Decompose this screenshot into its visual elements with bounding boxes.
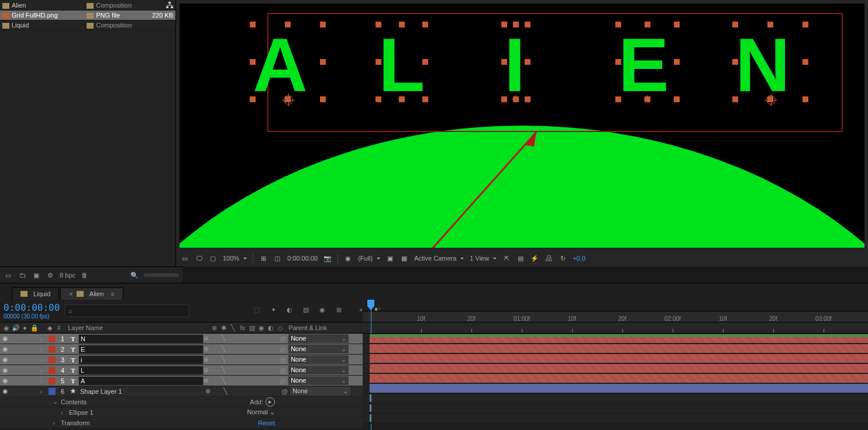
comp-flowchart-icon[interactable]: ⬚: [252, 304, 262, 315]
keyframe-marker[interactable]: [370, 404, 371, 412]
layer-bar-row[interactable]: [363, 373, 868, 384]
layer-name-input[interactable]: [78, 355, 204, 365]
property-value[interactable]: Reset: [258, 419, 275, 426]
selection-handle[interactable]: [525, 59, 531, 65]
solo-col-icon[interactable]: ●: [21, 324, 29, 332]
motion-blur-icon[interactable]: ◉: [317, 304, 328, 315]
resolution-dropdown[interactable]: (Full): [358, 255, 380, 262]
twirl-icon[interactable]: ⌄: [53, 398, 61, 405]
selection-handle[interactable]: [674, 96, 680, 102]
exposure-value[interactable]: +0,0: [573, 255, 585, 262]
letter-E[interactable]: E: [618, 27, 669, 103]
selection-handle[interactable]: [802, 22, 808, 27]
tab-menu-icon[interactable]: ≡: [111, 290, 114, 297]
selection-handle[interactable]: [422, 59, 428, 65]
visibility-toggle[interactable]: ◉: [0, 366, 11, 374]
pickwhip-icon[interactable]: @: [280, 367, 286, 374]
selection-handle[interactable]: [399, 22, 405, 27]
label-swatch[interactable]: [49, 377, 56, 384]
visibility-toggle[interactable]: ◉: [0, 377, 11, 384]
new-folder-icon[interactable]: 🗀: [18, 271, 27, 279]
selection-handle[interactable]: [732, 96, 738, 102]
layer-duration-bar[interactable]: [370, 374, 868, 383]
timeline-search[interactable]: ⌕: [64, 304, 190, 317]
layer-name-input[interactable]: [78, 376, 204, 386]
selection-handle[interactable]: [250, 59, 256, 65]
project-item[interactable]: AlienComposition: [0, 0, 175, 11]
layer-switches[interactable]: ⊕╲: [199, 356, 273, 363]
layer-row[interactable]: ◉›4T⊕╲@None: [0, 365, 363, 376]
layer-name-col[interactable]: Layer Name: [68, 324, 103, 331]
pickwhip-icon[interactable]: @: [280, 356, 286, 363]
twirl-icon[interactable]: ›: [35, 346, 47, 353]
anchor-point[interactable]: [398, 95, 405, 102]
parent-link[interactable]: @None: [276, 334, 349, 343]
share-view-icon[interactable]: ⇱: [502, 254, 511, 262]
transparency-grid-icon[interactable]: ▦: [400, 254, 408, 262]
anchor-point[interactable]: [643, 95, 650, 102]
comp-preview[interactable]: ALIEN: [180, 4, 864, 248]
snapshot-icon[interactable]: 📷: [323, 254, 332, 262]
layer-switches[interactable]: ⊕╲: [199, 377, 273, 384]
keyframe-marker[interactable]: [370, 394, 371, 402]
label-swatch[interactable]: [49, 388, 56, 395]
selection-handle[interactable]: [802, 59, 808, 65]
selection-handle[interactable]: [615, 59, 621, 65]
layer-bar-row[interactable]: [363, 353, 868, 364]
timeline-search-input[interactable]: [75, 307, 185, 315]
parent-link[interactable]: @None: [276, 355, 349, 364]
label-col-icon[interactable]: ◆: [46, 324, 53, 332]
bpc-toggle[interactable]: 8 bpc: [60, 272, 75, 279]
selection-handle[interactable]: [525, 96, 531, 102]
number-col-icon[interactable]: #: [55, 324, 63, 332]
project-settings-icon[interactable]: ⚙: [46, 271, 55, 279]
graph-editor-icon[interactable]: ⊞: [333, 304, 344, 315]
color-mgmt-icon[interactable]: ◉: [344, 254, 352, 262]
layer-duration-bar[interactable]: [370, 344, 868, 353]
pixel-aspect-icon[interactable]: ▤: [516, 254, 525, 262]
region-icon[interactable]: ◫: [273, 254, 281, 262]
layer-switches[interactable]: ⊕╲: [199, 345, 273, 353]
camera-dropdown[interactable]: Active Camera: [414, 255, 464, 262]
parent-dropdown[interactable]: None: [288, 376, 349, 385]
selection-handle[interactable]: [422, 96, 428, 102]
layer-bar-row[interactable]: [363, 383, 868, 394]
visibility-toggle[interactable]: ◉: [0, 335, 11, 342]
hide-shy-icon[interactable]: ◐: [284, 304, 295, 315]
layer-row[interactable]: ◉›5T⊕╲@None: [0, 376, 363, 386]
layer-duration-bar[interactable]: [370, 354, 868, 363]
property-row[interactable]: ›TransformReset: [0, 418, 363, 428]
collapse-col-icon[interactable]: ✱: [220, 324, 228, 332]
twirl-icon[interactable]: ›: [35, 356, 47, 363]
layer-name-input[interactable]: [78, 345, 204, 354]
selection-handle[interactable]: [645, 22, 650, 27]
parent-dropdown[interactable]: None: [288, 366, 349, 374]
property-value[interactable]: Add:▸: [250, 397, 275, 407]
selection-handle[interactable]: [501, 22, 507, 27]
twirl-icon[interactable]: ›: [35, 388, 47, 395]
selection-handle[interactable]: [732, 59, 738, 65]
draft3d-icon[interactable]: ✦: [268, 304, 278, 315]
layer-row[interactable]: ◉›2T⊕╲@None: [0, 344, 363, 355]
timeline-tab[interactable]: Liquid: [12, 287, 59, 300]
selection-handle[interactable]: [674, 22, 680, 27]
selection-handle[interactable]: [285, 22, 291, 27]
parent-link[interactable]: @None: [276, 345, 349, 353]
selection-handle[interactable]: [250, 22, 256, 27]
time-ruler[interactable]: 10f20f01:00f10f20f02:00f10f20f03:00f: [363, 300, 868, 322]
label-swatch[interactable]: [49, 346, 56, 353]
flowchart-icon[interactable]: [166, 2, 173, 9]
anchor-point[interactable]: [284, 95, 293, 105]
property-row[interactable]: ⌄ContentsAdd:▸: [0, 397, 363, 407]
visibility-toggle[interactable]: ◉: [0, 356, 11, 363]
layer-bar-row[interactable]: [363, 334, 868, 344]
parent-link[interactable]: @None: [276, 376, 349, 385]
audio-col-icon[interactable]: 🔊: [12, 324, 19, 332]
selection-handle[interactable]: [320, 59, 326, 65]
project-item[interactable]: Grid FullHD.pngPNG file220 KB: [0, 11, 175, 20]
delete-icon[interactable]: 🗑: [80, 271, 89, 279]
twirl-icon[interactable]: ›: [61, 409, 69, 416]
selection-handle[interactable]: [422, 22, 428, 27]
pickwhip-icon[interactable]: @: [280, 377, 286, 384]
flowchart-icon[interactable]: 品: [545, 254, 553, 262]
